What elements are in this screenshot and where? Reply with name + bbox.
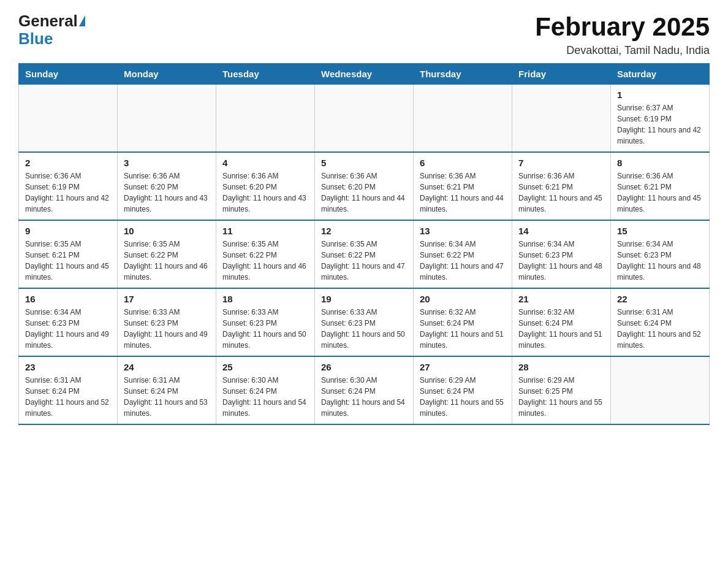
- calendar-cell: 16Sunrise: 6:34 AM Sunset: 6:23 PM Dayli…: [19, 288, 118, 356]
- day-number: 22: [617, 294, 703, 304]
- calendar-cell: [414, 85, 512, 153]
- day-info: Sunrise: 6:37 AM Sunset: 6:19 PM Dayligh…: [617, 102, 703, 147]
- weekday-header-saturday: Saturday: [611, 64, 710, 85]
- calendar-cell: 1Sunrise: 6:37 AM Sunset: 6:19 PM Daylig…: [611, 85, 710, 153]
- day-number: 17: [124, 294, 210, 304]
- day-info: Sunrise: 6:31 AM Sunset: 6:24 PM Dayligh…: [124, 375, 210, 419]
- calendar-cell: 24Sunrise: 6:31 AM Sunset: 6:24 PM Dayli…: [118, 356, 216, 424]
- calendar-cell: 14Sunrise: 6:34 AM Sunset: 6:23 PM Dayli…: [512, 220, 611, 288]
- day-info: Sunrise: 6:35 AM Sunset: 6:22 PM Dayligh…: [124, 239, 210, 283]
- day-number: 16: [25, 294, 111, 304]
- calendar-cell: 19Sunrise: 6:33 AM Sunset: 6:23 PM Dayli…: [315, 288, 414, 356]
- day-info: Sunrise: 6:30 AM Sunset: 6:24 PM Dayligh…: [222, 375, 308, 419]
- logo-triangle-icon: [79, 15, 85, 26]
- day-info: Sunrise: 6:33 AM Sunset: 6:23 PM Dayligh…: [124, 307, 210, 351]
- calendar-week-row: 23Sunrise: 6:31 AM Sunset: 6:24 PM Dayli…: [19, 356, 710, 424]
- day-number: 10: [124, 226, 210, 236]
- day-info: Sunrise: 6:35 AM Sunset: 6:22 PM Dayligh…: [321, 239, 407, 283]
- calendar-cell: [512, 85, 611, 153]
- day-number: 13: [420, 226, 506, 236]
- calendar-cell: [216, 85, 315, 153]
- calendar-table: SundayMondayTuesdayWednesdayThursdayFrid…: [18, 63, 710, 425]
- calendar-cell: 15Sunrise: 6:34 AM Sunset: 6:23 PM Dayli…: [611, 220, 710, 288]
- weekday-header-sunday: Sunday: [19, 64, 118, 85]
- day-number: 20: [420, 294, 506, 304]
- calendar-cell: 3Sunrise: 6:36 AM Sunset: 6:20 PM Daylig…: [118, 152, 216, 220]
- day-info: Sunrise: 6:33 AM Sunset: 6:23 PM Dayligh…: [321, 307, 407, 351]
- calendar-cell: 8Sunrise: 6:36 AM Sunset: 6:21 PM Daylig…: [611, 152, 710, 220]
- calendar-cell: [315, 85, 414, 153]
- day-info: Sunrise: 6:36 AM Sunset: 6:21 PM Dayligh…: [420, 170, 506, 215]
- day-info: Sunrise: 6:30 AM Sunset: 6:24 PM Dayligh…: [321, 375, 407, 419]
- day-number: 3: [124, 158, 210, 168]
- calendar-cell: 28Sunrise: 6:29 AM Sunset: 6:25 PM Dayli…: [512, 356, 611, 424]
- calendar-cell: 27Sunrise: 6:29 AM Sunset: 6:24 PM Dayli…: [414, 356, 512, 424]
- calendar-body: 1Sunrise: 6:37 AM Sunset: 6:19 PM Daylig…: [19, 85, 710, 425]
- page-header: General Blue February 2025 Devakottai, T…: [18, 12, 710, 57]
- calendar-cell: 6Sunrise: 6:36 AM Sunset: 6:21 PM Daylig…: [414, 152, 512, 220]
- day-number: 4: [222, 158, 308, 168]
- weekday-header-tuesday: Tuesday: [216, 64, 315, 85]
- calendar-cell: 26Sunrise: 6:30 AM Sunset: 6:24 PM Dayli…: [315, 356, 414, 424]
- location-subtitle: Devakottai, Tamil Nadu, India: [535, 44, 710, 57]
- title-block: February 2025 Devakottai, Tamil Nadu, In…: [535, 12, 710, 57]
- day-number: 7: [518, 158, 604, 168]
- day-number: 27: [420, 362, 506, 372]
- calendar-week-row: 16Sunrise: 6:34 AM Sunset: 6:23 PM Dayli…: [19, 288, 710, 356]
- day-info: Sunrise: 6:36 AM Sunset: 6:20 PM Dayligh…: [124, 170, 210, 215]
- day-info: Sunrise: 6:32 AM Sunset: 6:24 PM Dayligh…: [420, 307, 506, 351]
- calendar-cell: 21Sunrise: 6:32 AM Sunset: 6:24 PM Dayli…: [512, 288, 611, 356]
- day-number: 24: [124, 362, 210, 372]
- weekday-header-friday: Friday: [512, 64, 611, 85]
- calendar-cell: 4Sunrise: 6:36 AM Sunset: 6:20 PM Daylig…: [216, 152, 315, 220]
- weekday-header-row: SundayMondayTuesdayWednesdayThursdayFrid…: [19, 64, 710, 85]
- weekday-header-thursday: Thursday: [414, 64, 512, 85]
- day-info: Sunrise: 6:36 AM Sunset: 6:20 PM Dayligh…: [321, 170, 407, 215]
- day-info: Sunrise: 6:36 AM Sunset: 6:21 PM Dayligh…: [518, 170, 604, 215]
- day-info: Sunrise: 6:35 AM Sunset: 6:22 PM Dayligh…: [222, 239, 308, 283]
- day-info: Sunrise: 6:33 AM Sunset: 6:23 PM Dayligh…: [222, 307, 308, 351]
- day-number: 18: [222, 294, 308, 304]
- calendar-cell: 20Sunrise: 6:32 AM Sunset: 6:24 PM Dayli…: [414, 288, 512, 356]
- day-info: Sunrise: 6:31 AM Sunset: 6:24 PM Dayligh…: [25, 375, 111, 419]
- day-number: 12: [321, 226, 407, 236]
- calendar-cell: 11Sunrise: 6:35 AM Sunset: 6:22 PM Dayli…: [216, 220, 315, 288]
- day-info: Sunrise: 6:36 AM Sunset: 6:20 PM Dayligh…: [222, 170, 308, 215]
- day-number: 23: [25, 362, 111, 372]
- day-info: Sunrise: 6:34 AM Sunset: 6:22 PM Dayligh…: [420, 239, 506, 283]
- calendar-cell: 25Sunrise: 6:30 AM Sunset: 6:24 PM Dayli…: [216, 356, 315, 424]
- calendar-cell: 7Sunrise: 6:36 AM Sunset: 6:21 PM Daylig…: [512, 152, 611, 220]
- day-info: Sunrise: 6:31 AM Sunset: 6:24 PM Dayligh…: [617, 307, 703, 351]
- weekday-header-monday: Monday: [118, 64, 216, 85]
- day-number: 1: [617, 90, 703, 100]
- day-info: Sunrise: 6:36 AM Sunset: 6:21 PM Dayligh…: [617, 170, 703, 215]
- day-number: 8: [617, 158, 703, 168]
- calendar-week-row: 9Sunrise: 6:35 AM Sunset: 6:21 PM Daylig…: [19, 220, 710, 288]
- day-info: Sunrise: 6:34 AM Sunset: 6:23 PM Dayligh…: [617, 239, 703, 283]
- calendar-cell: 9Sunrise: 6:35 AM Sunset: 6:21 PM Daylig…: [19, 220, 118, 288]
- month-title: February 2025: [535, 12, 710, 42]
- day-number: 19: [321, 294, 407, 304]
- calendar-header: SundayMondayTuesdayWednesdayThursdayFrid…: [19, 64, 710, 85]
- logo: General Blue: [18, 12, 85, 47]
- day-info: Sunrise: 6:29 AM Sunset: 6:24 PM Dayligh…: [420, 375, 506, 419]
- day-info: Sunrise: 6:29 AM Sunset: 6:25 PM Dayligh…: [518, 375, 604, 419]
- calendar-week-row: 2Sunrise: 6:36 AM Sunset: 6:19 PM Daylig…: [19, 152, 710, 220]
- calendar-cell: [19, 85, 118, 153]
- calendar-week-row: 1Sunrise: 6:37 AM Sunset: 6:19 PM Daylig…: [19, 85, 710, 153]
- calendar-cell: [611, 356, 710, 424]
- day-number: 14: [518, 226, 604, 236]
- day-number: 28: [518, 362, 604, 372]
- day-info: Sunrise: 6:34 AM Sunset: 6:23 PM Dayligh…: [25, 307, 111, 351]
- weekday-header-wednesday: Wednesday: [315, 64, 414, 85]
- day-number: 2: [25, 158, 111, 168]
- logo-blue: Blue: [18, 30, 53, 48]
- calendar-cell: 5Sunrise: 6:36 AM Sunset: 6:20 PM Daylig…: [315, 152, 414, 220]
- calendar-cell: 12Sunrise: 6:35 AM Sunset: 6:22 PM Dayli…: [315, 220, 414, 288]
- logo-general: General: [18, 12, 78, 30]
- calendar-cell: 17Sunrise: 6:33 AM Sunset: 6:23 PM Dayli…: [118, 288, 216, 356]
- day-number: 26: [321, 362, 407, 372]
- day-number: 21: [518, 294, 604, 304]
- day-number: 25: [222, 362, 308, 372]
- day-info: Sunrise: 6:32 AM Sunset: 6:24 PM Dayligh…: [518, 307, 604, 351]
